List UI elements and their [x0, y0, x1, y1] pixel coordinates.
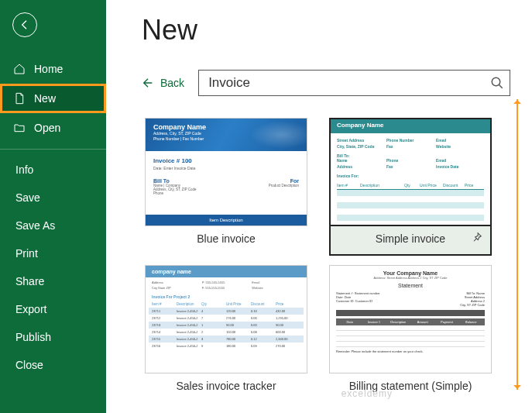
search-row: Back: [142, 70, 510, 96]
search-back-button[interactable]: Back: [142, 77, 184, 89]
back-button[interactable]: [12, 12, 37, 37]
page-title: New: [142, 14, 510, 46]
sidebar-item-save[interactable]: Save: [0, 184, 106, 212]
sidebar-item-saveas[interactable]: Save As: [0, 212, 106, 239]
sidebar-item-label: Open: [34, 122, 60, 134]
svg-point-0: [492, 77, 500, 86]
templates-grid: Company Name Address, City, ST, ZIP Code…: [142, 118, 510, 401]
template-thumbnail: Company Name Address, City, ST, ZIP Code…: [145, 118, 307, 226]
search-icon[interactable]: [490, 76, 504, 90]
main-content: New Back Company Name Address, City, ST,…: [106, 0, 532, 413]
sidebar-item-publish[interactable]: Publish: [0, 323, 106, 351]
template-label: Sales invoice tracker: [176, 380, 276, 392]
pin-icon[interactable]: [472, 232, 482, 246]
sidebar-item-export[interactable]: Export: [0, 295, 106, 323]
folder-open-icon: [12, 121, 26, 135]
template-label: Simple invoice: [376, 232, 445, 245]
document-icon: [12, 91, 26, 105]
sidebar-item-share[interactable]: Share: [0, 267, 106, 295]
sidebar-item-print[interactable]: Print: [0, 239, 106, 267]
sidebar-item-home[interactable]: Home: [0, 54, 106, 84]
template-thumbnail: Your Company Name Address: Street Addres…: [329, 265, 492, 373]
sidebar-item-label: Home: [34, 63, 63, 75]
watermark: exceldemy: [342, 388, 393, 399]
search-input[interactable]: [198, 70, 510, 96]
sidebar-item-open[interactable]: Open: [0, 113, 106, 143]
sidebar-divider: [0, 149, 106, 150]
sidebar-item-info[interactable]: Info: [0, 156, 106, 184]
backstage-sidebar: Home New Open Info Save Save As Print Sh…: [0, 0, 106, 413]
sidebar-item-label: New: [34, 92, 56, 105]
search-box: [198, 70, 510, 96]
template-thumbnail: company name AddressP: 555-555-5555Email…: [145, 265, 307, 373]
template-thumbnail: Company Name Street AddressPhone NumberE…: [329, 118, 492, 226]
back-label: Back: [160, 77, 184, 89]
template-billing-statement[interactable]: Your Company Name Address: Street Addres…: [326, 265, 495, 401]
template-label: Blue invoice: [197, 232, 256, 245]
template-blue-invoice[interactable]: Company Name Address, City, ST, ZIP Code…: [142, 118, 311, 256]
scroll-indicator: [517, 99, 518, 390]
template-sales-tracker[interactable]: company name AddressP: 555-555-5555Email…: [142, 265, 311, 401]
sidebar-item-new[interactable]: New: [0, 84, 106, 113]
sidebar-item-close[interactable]: Close: [0, 351, 106, 379]
home-icon: [12, 62, 26, 76]
template-simple-invoice[interactable]: Company Name Street AddressPhone NumberE…: [326, 118, 495, 256]
